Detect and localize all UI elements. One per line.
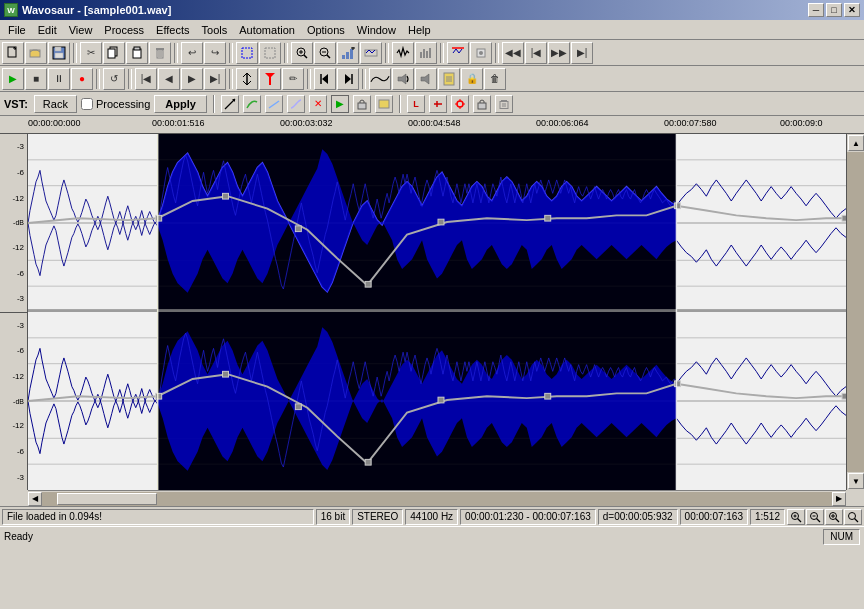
paste-button[interactable] xyxy=(126,42,148,64)
close-button[interactable]: ✕ xyxy=(844,3,860,17)
vol-down-btn[interactable] xyxy=(415,68,437,90)
step-back-btn[interactable]: ◀ xyxy=(158,68,180,90)
pause-button[interactable]: ⏸ xyxy=(48,68,70,90)
h-scroll-track xyxy=(42,492,832,506)
zoom-in-btn2[interactable] xyxy=(787,509,805,525)
begin-button[interactable]: |◀ xyxy=(525,42,547,64)
menu-edit[interactable]: Edit xyxy=(32,22,63,38)
end-button[interactable]: ▶| xyxy=(571,42,593,64)
env-more-btn[interactable] xyxy=(375,95,393,113)
env-arrow-btn[interactable] xyxy=(221,95,239,113)
selection-field: 00:00:01:230 - 00:00:07:163 xyxy=(460,509,596,525)
zoom-in-h[interactable] xyxy=(291,42,313,64)
stop-button[interactable]: ■ xyxy=(25,68,47,90)
menu-options[interactable]: Options xyxy=(301,22,351,38)
snap-btn[interactable] xyxy=(236,68,258,90)
svg-marker-43 xyxy=(398,74,406,84)
lock-btn[interactable]: 🔒 xyxy=(461,68,483,90)
menu-automation[interactable]: Automation xyxy=(233,22,301,38)
env-lock2-btn[interactable] xyxy=(473,95,491,113)
zoom-full-btn[interactable] xyxy=(825,509,843,525)
zoom-out-h[interactable] xyxy=(314,42,336,64)
normalize-btn[interactable] xyxy=(447,42,469,64)
vol-up-btn[interactable] xyxy=(392,68,414,90)
menu-file[interactable]: File xyxy=(2,22,32,38)
record-button[interactable]: ● xyxy=(71,68,93,90)
env-s-curve-btn[interactable] xyxy=(287,95,305,113)
waveform-display[interactable] xyxy=(28,134,846,490)
trash-btn[interactable]: 🗑 xyxy=(484,68,506,90)
bit-depth-field: 16 bit xyxy=(316,509,350,525)
step-fwd-btn[interactable]: ▶ xyxy=(181,68,203,90)
menu-help[interactable]: Help xyxy=(402,22,437,38)
processing-checkbox-wrap: Processing xyxy=(81,98,150,110)
svg-line-112 xyxy=(837,520,839,522)
undo-button[interactable]: ↩ xyxy=(181,42,203,64)
toggle-mono-btn[interactable] xyxy=(369,68,391,90)
svg-marker-39 xyxy=(322,74,328,84)
menu-window[interactable]: Window xyxy=(351,22,402,38)
deselect-button[interactable] xyxy=(259,42,281,64)
play-button[interactable]: ▶ xyxy=(2,68,24,90)
zoom-out-btn2[interactable] xyxy=(806,509,824,525)
prev-button[interactable]: ◀◀ xyxy=(502,42,524,64)
more-btn[interactable] xyxy=(438,68,460,90)
svg-rect-87 xyxy=(545,215,551,221)
svg-line-102 xyxy=(798,518,802,522)
pencil-btn[interactable]: ✏ xyxy=(282,68,304,90)
delete-button[interactable] xyxy=(149,42,171,64)
minimize-button[interactable]: ─ xyxy=(808,3,824,17)
vst-sep2 xyxy=(399,95,401,113)
env-delete-btn[interactable]: ✕ xyxy=(309,95,327,113)
scroll-down-btn[interactable]: ▼ xyxy=(848,473,864,489)
rack-button[interactable]: Rack xyxy=(34,95,77,113)
scroll-up-btn[interactable]: ▲ xyxy=(848,135,864,151)
next-marker-btn[interactable] xyxy=(337,68,359,90)
zoom-in-v[interactable] xyxy=(337,42,359,64)
ch-r-btn[interactable] xyxy=(429,95,447,113)
title-buttons: ─ □ ✕ xyxy=(808,3,860,17)
svg-rect-84 xyxy=(295,226,301,232)
env-pin-btn[interactable] xyxy=(451,95,469,113)
status-bar: File loaded in 0.094s! 16 bit STEREO 441… xyxy=(0,506,864,526)
zoom-field: 1:512 xyxy=(750,509,785,525)
menu-view[interactable]: View xyxy=(63,22,99,38)
env-trash-btn[interactable] xyxy=(495,95,513,113)
go-begin-btn[interactable]: |◀ xyxy=(135,68,157,90)
select-all-button[interactable] xyxy=(236,42,258,64)
ch-l-btn[interactable]: L xyxy=(407,95,425,113)
processing-checkbox[interactable] xyxy=(81,98,93,110)
menu-effects[interactable]: Effects xyxy=(150,22,195,38)
redo-button[interactable]: ↪ xyxy=(204,42,226,64)
process-btn[interactable] xyxy=(470,42,492,64)
zoom-sel-btn[interactable] xyxy=(844,509,862,525)
copy-button[interactable] xyxy=(103,42,125,64)
save-button[interactable] xyxy=(48,42,70,64)
zoom-buttons xyxy=(787,509,862,525)
loop-button[interactable]: ↺ xyxy=(103,68,125,90)
scroll-left-btn[interactable]: ◀ xyxy=(28,492,42,506)
zoom-fit[interactable] xyxy=(360,42,382,64)
maximize-button[interactable]: □ xyxy=(826,3,842,17)
menu-tools[interactable]: Tools xyxy=(196,22,234,38)
spectrum-view-btn[interactable] xyxy=(415,42,437,64)
env-line-btn[interactable] xyxy=(265,95,283,113)
new-button[interactable] xyxy=(2,42,24,64)
menu-process[interactable]: Process xyxy=(98,22,150,38)
scroll-right-btn[interactable]: ▶ xyxy=(832,492,846,506)
bottom-toolbar: Ready NUM xyxy=(0,526,864,546)
marker-btn[interactable] xyxy=(259,68,281,90)
open-button[interactable] xyxy=(25,42,47,64)
cut-button[interactable]: ✂ xyxy=(80,42,102,64)
waveform-view-btn[interactable] xyxy=(392,42,414,64)
ffwd-button[interactable]: ▶▶ xyxy=(548,42,570,64)
h-scroll-thumb[interactable] xyxy=(57,493,157,505)
duration-field: d=00:00:05:932 xyxy=(598,509,678,525)
go-end-btn[interactable]: ▶| xyxy=(204,68,226,90)
env-curve-btn[interactable] xyxy=(243,95,261,113)
time-0: 00:00:00:000 xyxy=(28,118,81,128)
apply-button[interactable]: Apply xyxy=(154,95,207,113)
env-lock-btn[interactable] xyxy=(353,95,371,113)
prev-marker-btn[interactable] xyxy=(314,68,336,90)
env-play-btn[interactable]: ▶ xyxy=(331,95,349,113)
